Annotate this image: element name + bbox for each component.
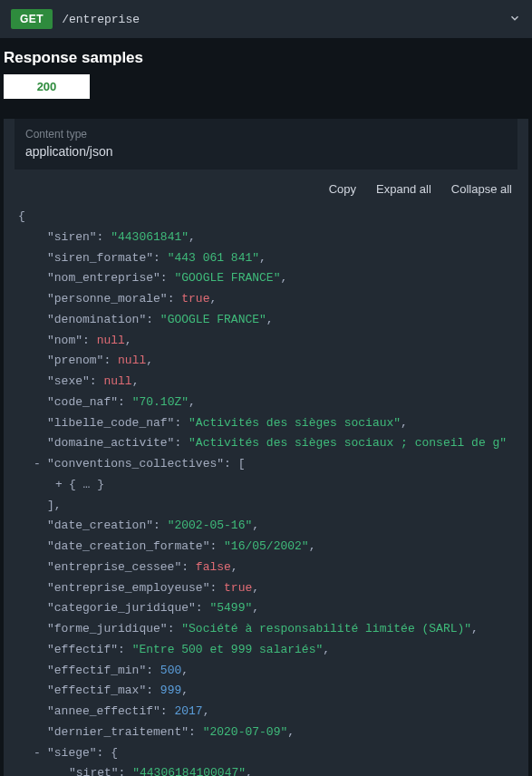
json-line: "date_creation_formate": "16/05/2002", (18, 537, 517, 558)
sample-panel: Content type application/json Copy Expan… (4, 119, 528, 776)
json-line: "annee_effectif": 2017, (18, 702, 517, 723)
response-samples-heading: Response samples (0, 38, 532, 74)
json-line: "categorie_juridique": "5499", (18, 598, 517, 619)
json-line: "prenom": null, (18, 351, 517, 372)
toggle-icon[interactable]: + (53, 475, 65, 496)
json-line: { (18, 207, 517, 228)
json-line: "dernier_traitement": "2020-07-09", (18, 723, 517, 743)
endpoint-path: /entreprise (62, 13, 499, 26)
json-line: "domaine_activite": "Activités des siège… (18, 433, 517, 454)
json-line: "nom_entreprise": "GOOGLE FRANCE", (18, 268, 517, 289)
json-line: -"siege": { (18, 743, 517, 764)
json-line: "code_naf": "70.10Z", (18, 393, 517, 413)
status-code: 200 (37, 80, 57, 93)
json-line: "personne_morale": true, (18, 289, 517, 310)
endpoint-row[interactable]: GET /entreprise (0, 0, 532, 38)
content-type-label: Content type (25, 128, 507, 141)
content-type-selector[interactable]: Content type application/json (15, 119, 517, 170)
expand-all-button[interactable]: Expand all (376, 182, 431, 196)
json-line: "forme_juridique": "Société à responsabi… (18, 619, 517, 640)
copy-button[interactable]: Copy (329, 182, 356, 196)
json-line: "nom": null, (18, 331, 517, 352)
content-type-value: application/json (25, 144, 507, 159)
json-line: "sexe": null, (18, 372, 517, 393)
json-line: "siren_formate": "443 061 841", (18, 248, 517, 269)
json-line: +{ … } (18, 475, 517, 496)
json-line: "entreprise_cessee": false, (18, 558, 517, 578)
collapse-all-button[interactable]: Collapse all (451, 182, 512, 196)
json-line: "siret": "44306184100047", (18, 763, 517, 776)
json-line: -"conventions_collectives": [ (18, 454, 517, 475)
json-line: "date_creation": "2002-05-16", (18, 516, 517, 537)
json-line: "siren": "443061841", (18, 228, 517, 248)
status-tab-200[interactable]: 200 (4, 74, 90, 99)
json-response-body: {"siren": "443061841","siren_formate": "… (4, 203, 528, 776)
json-line: "effectif_max": 999, (18, 681, 517, 702)
json-line: "libelle_code_naf": "Activités des siège… (18, 413, 517, 434)
json-line: "effectif_min": 500, (18, 661, 517, 682)
chevron-down-icon[interactable] (508, 12, 521, 27)
sample-actions: Copy Expand all Collapse all (4, 170, 528, 203)
json-line: "denomination": "GOOGLE FRANCE", (18, 310, 517, 331)
json-line: "entreprise_employeuse": true, (18, 578, 517, 599)
json-line: "effectif": "Entre 500 et 999 salariés", (18, 640, 517, 661)
http-method-badge: GET (11, 9, 53, 29)
toggle-icon[interactable]: - (31, 743, 44, 764)
toggle-icon[interactable]: - (31, 454, 44, 475)
json-line: ], (18, 496, 517, 517)
